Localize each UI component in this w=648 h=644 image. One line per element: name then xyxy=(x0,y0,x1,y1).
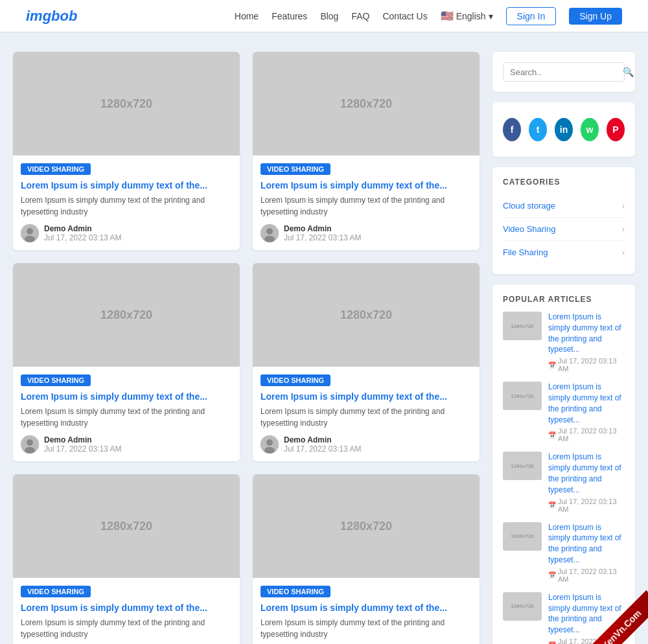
language-label: English xyxy=(456,11,486,21)
nav-blog[interactable]: Blog xyxy=(320,11,338,21)
article-title[interactable]: Lorem Ipsum is simply dummy text of the.… xyxy=(260,391,472,402)
popular-article-date: 📅 Jul 17, 2022 03:13 AM xyxy=(548,498,625,513)
author-date: Jul 17, 2022 03:13 AM xyxy=(44,444,121,454)
language-selector[interactable]: 🇺🇸 English ▾ xyxy=(441,10,493,22)
article-tag[interactable]: VIDEO SHARING xyxy=(260,374,330,386)
pinterest-button[interactable]: P xyxy=(607,118,625,141)
article-tag[interactable]: VIDEO SHARING xyxy=(21,163,91,175)
linkedin-button[interactable]: in xyxy=(555,118,573,141)
articles-grid: 1280x720 VIDEO SHARING Lorem Ipsum is si… xyxy=(13,52,480,644)
card-body: VIDEO SHARING Lorem Ipsum is simply dumm… xyxy=(253,155,480,250)
article-card: 1280x720 VIDEO SHARING Lorem Ipsum is si… xyxy=(13,52,240,250)
svg-point-10 xyxy=(266,439,273,446)
article-thumbnail: 1280x720 xyxy=(13,474,240,578)
header: imgbob Home Features Blog FAQ Contact Us… xyxy=(0,0,648,32)
category-item[interactable]: Cloud storage › xyxy=(503,194,625,218)
avatar xyxy=(260,224,279,242)
thumbnail-dim: 1280x720 xyxy=(340,520,392,533)
author-info: Demo Admin Jul 17, 2022 03:13 AM xyxy=(284,224,361,242)
article-title[interactable]: Lorem Ipsum is simply dummy text of the.… xyxy=(260,603,472,613)
site-logo[interactable]: imgbob xyxy=(26,8,77,25)
thumbnail-dim: 1280x720 xyxy=(340,97,392,111)
thumbnail-dim: 1280x720 xyxy=(100,97,152,111)
article-desc: Lorem Ipsum is simply dummy text of the … xyxy=(21,194,232,218)
popular-info: Lorem Ipsum is simply dummy text of the … xyxy=(548,312,625,373)
article-tag[interactable]: VIDEO SHARING xyxy=(260,586,330,597)
article-thumbnail: 1280x720 xyxy=(253,263,480,367)
popular-widget: POPULAR ARTICLES 1280x720 Lorem Ipsum is… xyxy=(492,284,635,644)
popular-list: 1280x720 Lorem Ipsum is simply dummy tex… xyxy=(503,312,625,644)
svg-point-11 xyxy=(264,447,275,454)
card-author: Demo Admin Jul 17, 2022 03:13 AM xyxy=(21,224,232,242)
twitter-button[interactable]: t xyxy=(529,118,547,141)
popular-article-title[interactable]: Lorem Ipsum is simply dummy text of the … xyxy=(548,452,625,495)
article-tag[interactable]: VIDEO SHARING xyxy=(260,163,330,175)
article-tag[interactable]: VIDEO SHARING xyxy=(21,586,91,597)
article-title[interactable]: Lorem Ipsum is simply dummy text of the.… xyxy=(21,180,232,190)
chevron-right-icon: › xyxy=(622,225,625,234)
category-item[interactable]: File Sharing › xyxy=(503,241,625,264)
popular-thumbnail: 1280x720 xyxy=(503,522,542,551)
category-name: Cloud storage xyxy=(503,201,555,211)
article-card: 1280x720 VIDEO SHARING Lorem Ipsum is si… xyxy=(253,263,480,461)
popular-title: POPULAR ARTICLES xyxy=(503,295,625,304)
article-title[interactable]: Lorem Ipsum is simply dummy text of the.… xyxy=(260,180,472,190)
svg-point-7 xyxy=(27,439,33,446)
search-icon: 🔍 xyxy=(623,67,634,77)
article-thumbnail: 1280x720 xyxy=(13,52,240,155)
article-card: 1280x720 VIDEO SHARING Lorem Ipsum is si… xyxy=(13,474,240,644)
main-nav: Home Features Blog FAQ Contact Us 🇺🇸 Eng… xyxy=(235,7,622,25)
card-body: VIDEO SHARING Lorem Ipsum is simply dumm… xyxy=(253,578,480,644)
author-date: Jul 17, 2022 03:13 AM xyxy=(44,233,121,242)
popular-article-title[interactable]: Lorem Ipsum is simply dummy text of the … xyxy=(548,382,625,425)
article-thumbnail: 1280x720 xyxy=(253,52,480,155)
chevron-down-icon: ▾ xyxy=(489,11,493,21)
article-desc: Lorem Ipsum is simply dummy text of the … xyxy=(260,406,472,429)
svg-point-8 xyxy=(25,447,35,454)
article-desc: Lorem Ipsum is simply dummy text of the … xyxy=(260,194,472,218)
search-box: 🔍 xyxy=(503,62,625,82)
article-desc: Lorem Ipsum is simply dummy text of the … xyxy=(21,617,232,640)
facebook-button[interactable]: f xyxy=(503,118,521,141)
popular-article-title[interactable]: Lorem Ipsum is simply dummy text of the … xyxy=(548,522,625,566)
categories-title: CATEGORIES xyxy=(503,178,625,187)
search-input[interactable] xyxy=(510,67,619,77)
author-name: Demo Admin xyxy=(44,435,121,444)
sidebar: 🔍 f t in w P CATEGORIES Cloud storage › … xyxy=(492,52,635,644)
thumbnail-dim: 1280x720 xyxy=(340,308,392,322)
card-body: VIDEO SHARING Lorem Ipsum is simply dumm… xyxy=(253,367,480,461)
author-info: Demo Admin Jul 17, 2022 03:13 AM xyxy=(44,435,121,454)
nav-faq[interactable]: FAQ xyxy=(351,11,369,21)
article-tag[interactable]: VIDEO SHARING xyxy=(21,374,91,386)
main-content: 1280x720 VIDEO SHARING Lorem Ipsum is si… xyxy=(13,52,480,644)
svg-point-2 xyxy=(25,236,35,242)
nav-features[interactable]: Features xyxy=(272,11,307,21)
article-card: 1280x720 VIDEO SHARING Lorem Ipsum is si… xyxy=(253,52,480,250)
article-title[interactable]: Lorem Ipsum is simply dummy text of the.… xyxy=(21,603,232,613)
article-thumbnail: 1280x720 xyxy=(253,474,480,578)
calendar-icon: 📅 xyxy=(548,641,556,644)
popular-article-date: 📅 Jul 17, 2022 03:13 AM xyxy=(548,568,625,583)
popular-info: Lorem Ipsum is simply dummy text of the … xyxy=(548,522,625,583)
author-date: Jul 17, 2022 03:13 AM xyxy=(284,233,361,242)
popular-article-title[interactable]: Lorem Ipsum is simply dummy text of the … xyxy=(548,312,625,355)
calendar-icon: 📅 xyxy=(548,362,556,369)
category-item[interactable]: Video Sharing › xyxy=(503,218,625,241)
signup-button[interactable]: Sign Up xyxy=(569,8,622,25)
popular-article-item: 1280x720 Lorem Ipsum is simply dummy tex… xyxy=(503,382,625,443)
popular-article-item: 1280x720 Lorem Ipsum is simply dummy tex… xyxy=(503,312,625,373)
nav-home[interactable]: Home xyxy=(235,11,259,21)
search-widget: 🔍 xyxy=(492,52,635,92)
flag-icon: 🇺🇸 xyxy=(441,10,454,22)
article-thumbnail: 1280x720 xyxy=(13,263,240,367)
nav-contact[interactable]: Contact Us xyxy=(382,11,427,21)
popular-info: Lorem Ipsum is simply dummy text of the … xyxy=(548,382,625,443)
page-container: 1280x720 VIDEO SHARING Lorem Ipsum is si… xyxy=(0,32,648,644)
article-title[interactable]: Lorem Ipsum is simply dummy text of the.… xyxy=(21,391,232,402)
card-author: Demo Admin Jul 17, 2022 03:13 AM xyxy=(260,224,472,242)
article-desc: Lorem Ipsum is simply dummy text of the … xyxy=(21,406,232,429)
card-author: Demo Admin Jul 17, 2022 03:13 AM xyxy=(260,435,472,454)
whatsapp-button[interactable]: w xyxy=(581,118,599,141)
svg-point-1 xyxy=(27,228,33,235)
signin-button[interactable]: Sign In xyxy=(506,7,557,25)
